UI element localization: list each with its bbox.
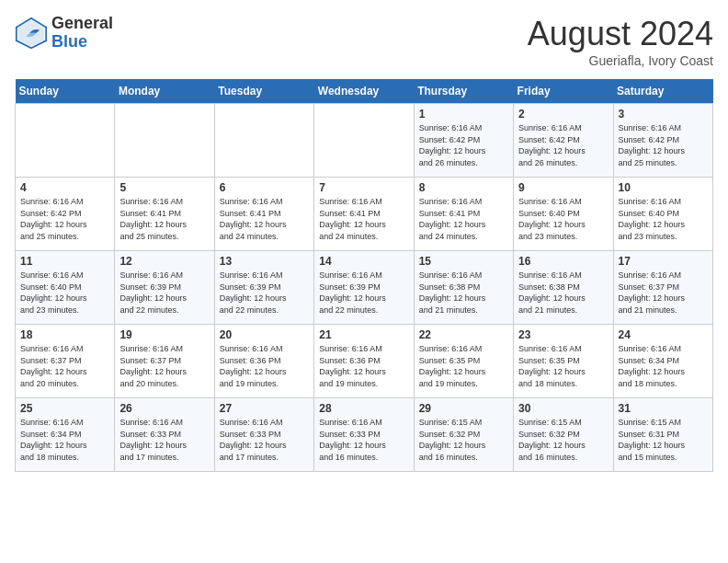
day-number: 8 xyxy=(419,181,508,194)
calendar-cell: 18Sunrise: 6:16 AM Sunset: 6:37 PM Dayli… xyxy=(16,325,115,398)
day-number: 27 xyxy=(220,402,309,415)
day-number: 13 xyxy=(220,255,309,268)
header-day-sunday: Sunday xyxy=(16,79,115,104)
calendar-cell xyxy=(16,104,115,178)
calendar-cell: 4Sunrise: 6:16 AM Sunset: 6:42 PM Daylig… xyxy=(16,178,115,251)
week-row-5: 25Sunrise: 6:16 AM Sunset: 6:34 PM Dayli… xyxy=(16,398,713,472)
calendar-cell: 23Sunrise: 6:16 AM Sunset: 6:35 PM Dayli… xyxy=(514,325,613,398)
calendar-cell: 2Sunrise: 6:16 AM Sunset: 6:42 PM Daylig… xyxy=(514,104,613,178)
day-number: 10 xyxy=(619,181,708,194)
day-number: 2 xyxy=(518,108,608,121)
day-info: Sunrise: 6:16 AM Sunset: 6:33 PM Dayligh… xyxy=(119,417,209,463)
calendar-body: 1Sunrise: 6:16 AM Sunset: 6:42 PM Daylig… xyxy=(16,104,713,472)
location-subtitle: Gueriafla, Ivory Coast xyxy=(528,53,713,68)
day-number: 1 xyxy=(419,108,508,121)
day-number: 25 xyxy=(20,402,109,415)
calendar-cell: 26Sunrise: 6:16 AM Sunset: 6:33 PM Dayli… xyxy=(115,398,214,472)
calendar-cell: 21Sunrise: 6:16 AM Sunset: 6:36 PM Dayli… xyxy=(314,325,414,398)
header-day-friday: Friday xyxy=(514,79,613,104)
calendar-cell: 15Sunrise: 6:16 AM Sunset: 6:38 PM Dayli… xyxy=(414,251,513,325)
day-info: Sunrise: 6:16 AM Sunset: 6:38 PM Dayligh… xyxy=(518,270,608,316)
header-day-monday: Monday xyxy=(115,79,214,104)
calendar-cell xyxy=(314,104,414,178)
week-row-3: 11Sunrise: 6:16 AM Sunset: 6:40 PM Dayli… xyxy=(16,251,713,325)
calendar-cell: 30Sunrise: 6:15 AM Sunset: 6:32 PM Dayli… xyxy=(514,398,613,472)
calendar-cell: 19Sunrise: 6:16 AM Sunset: 6:37 PM Dayli… xyxy=(115,325,214,398)
calendar-cell: 6Sunrise: 6:16 AM Sunset: 6:41 PM Daylig… xyxy=(214,178,313,251)
day-number: 17 xyxy=(619,255,708,268)
day-info: Sunrise: 6:16 AM Sunset: 6:35 PM Dayligh… xyxy=(419,343,508,389)
calendar-cell: 11Sunrise: 6:16 AM Sunset: 6:40 PM Dayli… xyxy=(16,251,115,325)
calendar-table: SundayMondayTuesdayWednesdayThursdayFrid… xyxy=(15,79,713,472)
day-number: 30 xyxy=(518,402,608,415)
day-number: 6 xyxy=(220,181,309,194)
day-number: 15 xyxy=(419,255,508,268)
day-number: 20 xyxy=(220,328,309,341)
month-year-title: August 2024 xyxy=(528,15,713,53)
day-info: Sunrise: 6:16 AM Sunset: 6:42 PM Dayligh… xyxy=(419,122,508,168)
day-info: Sunrise: 6:16 AM Sunset: 6:37 PM Dayligh… xyxy=(20,343,109,389)
calendar-cell xyxy=(214,104,313,178)
day-info: Sunrise: 6:16 AM Sunset: 6:33 PM Dayligh… xyxy=(220,417,309,463)
day-info: Sunrise: 6:16 AM Sunset: 6:42 PM Dayligh… xyxy=(20,196,109,242)
day-info: Sunrise: 6:16 AM Sunset: 6:35 PM Dayligh… xyxy=(518,343,608,389)
day-number: 26 xyxy=(119,402,209,415)
day-info: Sunrise: 6:16 AM Sunset: 6:40 PM Dayligh… xyxy=(20,270,109,316)
day-number: 7 xyxy=(319,181,408,194)
calendar-cell: 22Sunrise: 6:16 AM Sunset: 6:35 PM Dayli… xyxy=(414,325,513,398)
day-number: 9 xyxy=(518,181,608,194)
calendar-cell: 9Sunrise: 6:16 AM Sunset: 6:40 PM Daylig… xyxy=(514,178,613,251)
day-info: Sunrise: 6:16 AM Sunset: 6:34 PM Dayligh… xyxy=(20,417,109,463)
header-day-wednesday: Wednesday xyxy=(314,79,414,104)
day-info: Sunrise: 6:16 AM Sunset: 6:42 PM Dayligh… xyxy=(619,122,708,168)
calendar-cell: 17Sunrise: 6:16 AM Sunset: 6:37 PM Dayli… xyxy=(613,251,712,325)
calendar-cell: 13Sunrise: 6:16 AM Sunset: 6:39 PM Dayli… xyxy=(214,251,313,325)
calendar-cell: 7Sunrise: 6:16 AM Sunset: 6:41 PM Daylig… xyxy=(314,178,414,251)
day-info: Sunrise: 6:16 AM Sunset: 6:41 PM Dayligh… xyxy=(419,196,508,242)
day-info: Sunrise: 6:16 AM Sunset: 6:36 PM Dayligh… xyxy=(319,343,408,389)
calendar-cell: 20Sunrise: 6:16 AM Sunset: 6:36 PM Dayli… xyxy=(214,325,313,398)
title-area: August 2024 Gueriafla, Ivory Coast xyxy=(528,15,713,68)
day-number: 29 xyxy=(419,402,508,415)
day-info: Sunrise: 6:16 AM Sunset: 6:40 PM Dayligh… xyxy=(619,196,708,242)
calendar-cell: 25Sunrise: 6:16 AM Sunset: 6:34 PM Dayli… xyxy=(16,398,115,472)
header-day-thursday: Thursday xyxy=(414,79,513,104)
day-number: 23 xyxy=(518,328,608,341)
calendar-cell: 31Sunrise: 6:15 AM Sunset: 6:31 PM Dayli… xyxy=(613,398,712,472)
week-row-4: 18Sunrise: 6:16 AM Sunset: 6:37 PM Dayli… xyxy=(16,325,713,398)
day-number: 22 xyxy=(419,328,508,341)
day-number: 11 xyxy=(20,255,109,268)
day-number: 12 xyxy=(119,255,209,268)
calendar-header: SundayMondayTuesdayWednesdayThursdayFrid… xyxy=(16,79,713,104)
calendar-cell: 1Sunrise: 6:16 AM Sunset: 6:42 PM Daylig… xyxy=(414,104,513,178)
week-row-1: 1Sunrise: 6:16 AM Sunset: 6:42 PM Daylig… xyxy=(16,104,713,178)
calendar-cell xyxy=(115,104,214,178)
day-info: Sunrise: 6:15 AM Sunset: 6:32 PM Dayligh… xyxy=(518,417,608,463)
day-info: Sunrise: 6:16 AM Sunset: 6:37 PM Dayligh… xyxy=(119,343,209,389)
day-info: Sunrise: 6:16 AM Sunset: 6:33 PM Dayligh… xyxy=(319,417,408,463)
day-info: Sunrise: 6:16 AM Sunset: 6:34 PM Dayligh… xyxy=(619,343,708,389)
calendar-cell: 16Sunrise: 6:16 AM Sunset: 6:38 PM Dayli… xyxy=(514,251,613,325)
header-row: SundayMondayTuesdayWednesdayThursdayFrid… xyxy=(16,79,713,104)
day-info: Sunrise: 6:16 AM Sunset: 6:39 PM Dayligh… xyxy=(319,270,408,316)
logo-general-text: General xyxy=(51,14,113,32)
day-info: Sunrise: 6:15 AM Sunset: 6:31 PM Dayligh… xyxy=(619,417,708,463)
header-day-saturday: Saturday xyxy=(613,79,712,104)
calendar-cell: 14Sunrise: 6:16 AM Sunset: 6:39 PM Dayli… xyxy=(314,251,414,325)
day-info: Sunrise: 6:16 AM Sunset: 6:38 PM Dayligh… xyxy=(419,270,508,316)
day-number: 28 xyxy=(319,402,408,415)
calendar-cell: 12Sunrise: 6:16 AM Sunset: 6:39 PM Dayli… xyxy=(115,251,214,325)
day-info: Sunrise: 6:16 AM Sunset: 6:41 PM Dayligh… xyxy=(319,196,408,242)
logo-text: General Blue xyxy=(51,15,113,52)
calendar-cell: 10Sunrise: 6:16 AM Sunset: 6:40 PM Dayli… xyxy=(613,178,712,251)
day-number: 16 xyxy=(518,255,608,268)
calendar-cell: 27Sunrise: 6:16 AM Sunset: 6:33 PM Dayli… xyxy=(214,398,313,472)
day-info: Sunrise: 6:16 AM Sunset: 6:36 PM Dayligh… xyxy=(220,343,309,389)
calendar-cell: 28Sunrise: 6:16 AM Sunset: 6:33 PM Dayli… xyxy=(314,398,414,472)
day-number: 19 xyxy=(119,328,209,341)
day-info: Sunrise: 6:16 AM Sunset: 6:42 PM Dayligh… xyxy=(518,122,608,168)
day-number: 5 xyxy=(119,181,209,194)
logo-icon xyxy=(15,17,48,50)
page-header: General Blue August 2024 Gueriafla, Ivor… xyxy=(15,15,713,68)
header-day-tuesday: Tuesday xyxy=(214,79,313,104)
